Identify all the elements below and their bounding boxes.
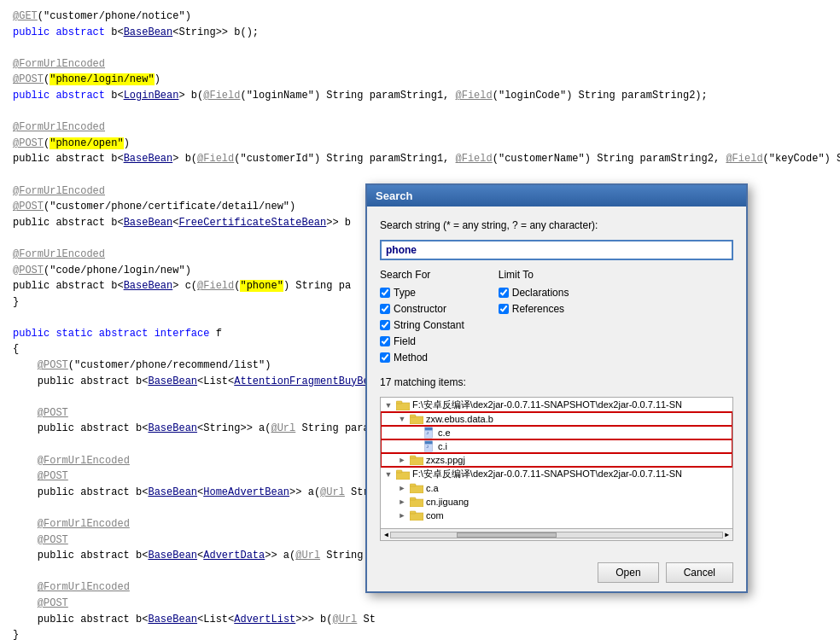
expand-icon: ► [396, 482, 408, 494]
svg-text:J: J [427, 431, 429, 435]
search-for-title: Search For [380, 269, 464, 281]
search-dialog: Search Search string (* = any string, ? … [365, 183, 748, 593]
code-line: public abstract b<BaseBean<String>> b(); [13, 25, 827, 41]
field-label: Field [394, 335, 416, 347]
folder-icon [410, 414, 423, 424]
svg-text:J: J [427, 445, 429, 449]
tree-item[interactable]: ▼ F:\安卓反编译\dex2jar-0.0.7.11-SNAPSHOT\dex… [381, 398, 732, 412]
tree-item[interactable]: ► com [381, 509, 732, 522]
declarations-checkbox-row[interactable]: Declarations [499, 287, 569, 299]
svg-rect-16 [410, 499, 423, 507]
expand-icon: ▼ [382, 468, 394, 480]
code-line: public abstract b<BaseBean> b(@Field("cu… [13, 151, 827, 167]
java-file-icon: J [423, 427, 435, 439]
type-label: Type [394, 287, 416, 299]
svg-rect-8 [425, 441, 433, 445]
code-line: @POST("phone/login/new") [13, 72, 827, 88]
type-checkbox[interactable] [380, 288, 390, 298]
tree-item-text: com [426, 510, 444, 521]
folder-icon [396, 469, 410, 480]
svg-rect-15 [410, 484, 416, 486]
open-button[interactable]: Open [598, 562, 658, 583]
string-constant-checkbox-row[interactable]: String Constant [380, 319, 464, 331]
search-for-group: Search For Type Constructor String Const… [380, 269, 464, 364]
limit-to-title: Limit To [499, 269, 569, 281]
folder-icon [410, 510, 423, 521]
tree-item[interactable]: ► c.a [381, 481, 732, 495]
dialog-buttons: Open Cancel [367, 554, 746, 591]
tree-scroll-area[interactable]: ▼ F:\安卓反编译\dex2jar-0.0.7.11-SNAPSHOT\dex… [381, 398, 732, 528]
svg-rect-5 [425, 428, 433, 431]
tree-item-text: F:\安卓反编译\dex2jar-0.0.7.11-SNAPSHOT\dex2j… [412, 399, 682, 411]
string-constant-label: String Constant [394, 319, 464, 331]
svg-rect-11 [410, 456, 416, 458]
folder-icon [396, 400, 410, 410]
method-checkbox[interactable] [380, 352, 390, 363]
tree-item[interactable]: ► cn.jiguang [381, 495, 732, 509]
constructor-checkbox[interactable] [380, 304, 390, 314]
expand-icon: ▼ [396, 413, 408, 425]
code-line: @FormUrlEncoded [13, 56, 827, 73]
references-checkbox-row[interactable]: References [499, 303, 569, 315]
field-checkbox-row[interactable]: Field [380, 335, 464, 347]
svg-rect-18 [410, 513, 423, 521]
method-label: Method [394, 352, 428, 364]
code-line: @POST("phone/open") [13, 136, 827, 152]
svg-rect-13 [396, 470, 402, 473]
tree-item[interactable]: ► J c.i [381, 439, 732, 453]
limit-to-group: Limit To Declarations References [499, 269, 569, 315]
tree-horizontal-scrollbar[interactable]: ◀ ▶ [381, 528, 732, 540]
scroll-right-btn[interactable]: ▶ [723, 531, 731, 538]
tree-item-text: zxw.ebus.data.b [426, 414, 493, 424]
expand-icon: ▼ [382, 399, 394, 411]
type-checkbox-row[interactable]: Type [380, 287, 464, 299]
svg-rect-10 [410, 457, 423, 465]
tree-item-text: c.e [438, 428, 451, 438]
tree-item[interactable]: ▼ zxw.ebus.data.b [381, 412, 732, 426]
code-line [13, 167, 827, 183]
constructor-checkbox-row[interactable]: Constructor [380, 303, 464, 315]
svg-rect-12 [396, 472, 410, 480]
svg-rect-19 [410, 511, 416, 514]
tree-item-text: c.a [426, 483, 439, 493]
code-line: @FormUrlEncoded [13, 119, 827, 136]
tree-item[interactable]: ► zxzs.ppgj [381, 453, 732, 467]
svg-rect-2 [410, 416, 423, 424]
folder-icon [410, 497, 423, 507]
declarations-checkbox[interactable] [499, 288, 509, 298]
method-checkbox-row[interactable]: Method [380, 352, 464, 364]
tree-item[interactable]: ▼ F:\安卓反编译\dex2jar-0.0.7.11-SNAPSHOT\dex… [381, 467, 732, 481]
string-constant-checkbox[interactable] [380, 320, 390, 330]
cancel-button[interactable]: Cancel [666, 562, 733, 583]
svg-rect-14 [410, 486, 423, 493]
code-line [13, 104, 827, 120]
folder-icon [410, 455, 423, 465]
code-line [13, 40, 827, 56]
folder-icon [410, 483, 423, 493]
tree-view-container: ▼ F:\安卓反编译\dex2jar-0.0.7.11-SNAPSHOT\dex… [380, 397, 733, 541]
hscroll-track[interactable] [390, 532, 723, 538]
references-checkbox[interactable] [499, 304, 509, 314]
scroll-left-btn[interactable]: ◀ [382, 531, 390, 538]
field-checkbox[interactable] [380, 336, 390, 346]
references-label: References [512, 303, 564, 315]
matching-count: 17 matching items: [380, 376, 733, 388]
tree-item-text: c.i [438, 441, 447, 451]
code-line: @GET("customer/phone/notice") [13, 9, 827, 25]
dialog-body: Search string (* = any string, ? = any c… [367, 207, 746, 554]
expand-icon: ► [396, 496, 408, 508]
constructor-label: Constructor [394, 303, 446, 315]
expand-icon: ► [396, 454, 408, 466]
dialog-title-bar: Search [367, 185, 746, 207]
expand-icon: ► [396, 509, 408, 521]
svg-rect-1 [396, 401, 402, 404]
search-input[interactable] [380, 240, 733, 260]
dialog-title: Search [376, 189, 412, 202]
hscroll-thumb[interactable] [457, 532, 557, 538]
tree-inner: ▼ F:\安卓反编译\dex2jar-0.0.7.11-SNAPSHOT\dex… [381, 398, 732, 522]
tree-item-text: F:\安卓反编译\dex2jar-0.0.7.11-SNAPSHOT\dex2j… [412, 468, 682, 480]
options-row: Search For Type Constructor String Const… [380, 269, 733, 364]
svg-rect-3 [410, 415, 416, 417]
code-line: public abstract b<BaseBean<List<AdvertLi… [13, 612, 827, 628]
tree-item[interactable]: ► J c.e [381, 426, 732, 439]
